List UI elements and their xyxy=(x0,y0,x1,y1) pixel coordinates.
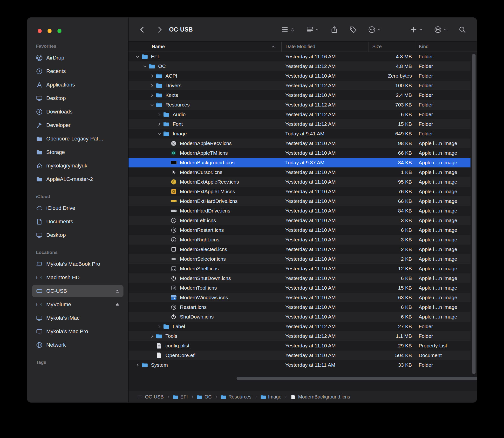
file-row-modernextapplerecv-icns[interactable]: ModernExtAppleRecv.icnsYesterday at 11:1… xyxy=(128,177,470,187)
sidebar-item-macintosh-hd[interactable]: Macintosh HD xyxy=(32,272,124,284)
disclosure-open-icon[interactable] xyxy=(149,102,155,108)
file-name: ModernCursor.icns xyxy=(180,169,222,175)
share-button[interactable] xyxy=(330,26,338,33)
file-row-modernappletm-icns[interactable]: ModernAppleTM.icnsYesterday at 11:10 AM6… xyxy=(128,148,470,158)
sidebar-item-mykola-s-macbook-pro[interactable]: Mykola’s MacBook Pro xyxy=(32,258,124,270)
file-row-modernshell-icns[interactable]: ModernShell.icnsYesterday at 11:10 AM12 … xyxy=(128,264,470,274)
disclosure-closed-icon[interactable] xyxy=(149,333,155,339)
hard-drive-icon xyxy=(170,208,177,214)
path-item-image[interactable]: Image xyxy=(260,394,282,400)
eject-icon[interactable] xyxy=(115,302,120,307)
disclosure-closed-icon[interactable] xyxy=(134,362,141,368)
file-row-moderntool-icns[interactable]: ModernTool.icnsYesterday at 11:10 AM15 K… xyxy=(128,283,470,293)
file-row-font[interactable]: FontYesterday at 11:12 AM15 KBFolder xyxy=(128,119,470,129)
sidebar-item-storage[interactable]: Storage xyxy=(32,146,124,158)
path-item-oc-usb[interactable]: OC-USB xyxy=(137,394,164,400)
file-row-modernselected-icns[interactable]: ModernSelected.icnsYesterday at 11:10 AM… xyxy=(128,244,470,254)
file-row-modernleft-icns[interactable]: ModernLeft.icnsYesterday at 11:10 AM3 KB… xyxy=(128,216,470,225)
file-row-modernselector-icns[interactable]: ModernSelector.icnsYesterday at 11:10 AM… xyxy=(128,254,470,264)
path-item-label: Resources xyxy=(228,394,252,400)
file-name: ModernHardDrive.icns xyxy=(180,208,230,214)
file-row-shutdown-icns[interactable]: ShutDown.icnsYesterday at 11:10 AM6 KBAp… xyxy=(128,312,470,322)
column-header-kind[interactable]: Kind xyxy=(415,42,477,52)
sidebar-item-airdrop[interactable]: AirDrop xyxy=(32,52,124,64)
file-row-tools[interactable]: ToolsYesterday at 11:12 AM1.1 MBFolder xyxy=(128,331,470,341)
minimize-window-button[interactable] xyxy=(47,29,52,33)
file-row-opencore-efi[interactable]: OpenCore.efiYesterday at 11:10 AM504 KBD… xyxy=(128,350,470,360)
new-item-button[interactable] xyxy=(410,26,423,33)
eject-icon[interactable] xyxy=(115,288,120,294)
vertical-scrollbar[interactable] xyxy=(472,54,476,374)
sidebar-item-desktop[interactable]: Desktop xyxy=(32,229,124,241)
disclosure-open-icon[interactable] xyxy=(134,54,141,60)
zoom-window-button[interactable] xyxy=(57,29,61,33)
m-circle-icon xyxy=(434,26,442,33)
sidebar-item-icloud-drive[interactable]: iCloud Drive xyxy=(32,202,124,214)
horizontal-scrollbar[interactable] xyxy=(237,377,477,380)
sidebar-item-downloads[interactable]: Downloads xyxy=(32,106,124,118)
sidebar-item-oc-usb[interactable]: OC-USB xyxy=(32,285,124,297)
sidebar-item-recents[interactable]: Recents xyxy=(32,65,124,77)
group-by-button[interactable] xyxy=(306,26,319,33)
disclosure-closed-icon[interactable] xyxy=(149,92,155,98)
sidebar-item-developer[interactable]: Developer xyxy=(32,119,124,131)
sidebar-item-opencore-legacy-pat[interactable]: Opencore-Legacy-Pat… xyxy=(32,133,124,145)
close-window-button[interactable] xyxy=(38,29,42,33)
file-date-modified: Yesterday at 11:12 AM xyxy=(281,121,368,127)
disclosure-closed-icon[interactable] xyxy=(156,111,162,118)
file-row-restart-icns[interactable]: Restart.icnsYesterday at 11:10 AM6 KBApp… xyxy=(128,302,470,312)
file-row-moderncursor-icns[interactable]: ModernCursor.icnsYesterday at 11:10 AM1 … xyxy=(128,167,470,177)
sidebar-item-applealc-master-2[interactable]: AppleALC-master-2 xyxy=(32,173,124,185)
file-row-modernrestart-icns[interactable]: ModernRestart.icnsYesterday at 11:10 AM6… xyxy=(128,225,470,235)
file-row-modernharddrive-icns[interactable]: ModernHardDrive.icnsYesterday at 11:10 A… xyxy=(128,206,470,216)
sidebar-item-myvolume[interactable]: MyVolume xyxy=(32,298,124,311)
file-row-config-plist[interactable]: config.plistYesterday at 11:10 AM29 KBPr… xyxy=(128,341,470,350)
path-item-modernbackground-icns[interactable]: ModernBackground.icns xyxy=(290,394,350,400)
disclosure-closed-icon[interactable] xyxy=(156,121,162,127)
column-header-name[interactable]: Name xyxy=(128,42,281,52)
path-item-efi[interactable]: EFI xyxy=(173,394,188,400)
file-row-modernapplerecv-icns[interactable]: ModernAppleRecv.icnsYesterday at 11:10 A… xyxy=(128,139,470,148)
sidebar-item-documents[interactable]: Documents xyxy=(32,216,124,228)
search-button[interactable] xyxy=(458,26,466,33)
file-row-modernshutdown-icns[interactable]: ModernShutDown.icnsYesterday at 11:10 AM… xyxy=(128,274,470,283)
path-item-oc[interactable]: OC xyxy=(197,394,212,400)
file-row-modernextappletm-icns[interactable]: ModernExtAppleTM.icnsYesterday at 11:10 … xyxy=(128,187,470,196)
sidebar-item-mykolagrymalyuk[interactable]: mykolagrymalyuk xyxy=(32,160,124,172)
disclosure-closed-icon[interactable] xyxy=(149,82,155,89)
file-kind: Folder xyxy=(415,73,470,79)
sidebar-item-applications[interactable]: Applications xyxy=(32,79,124,91)
file-row-oc[interactable]: OCYesterday at 11:12 AM4.8 MBFolder xyxy=(128,61,470,71)
forward-button[interactable] xyxy=(156,25,164,34)
file-row-modernextharddrive-icns[interactable]: ModernExtHardDrive.icnsYesterday at 11:1… xyxy=(128,196,470,206)
file-row-image[interactable]: ImageToday at 9:41 AM649 KBFolder xyxy=(128,129,470,139)
file-name: Audio xyxy=(173,111,186,117)
disclosure-open-icon[interactable] xyxy=(156,131,162,137)
file-row-acpi[interactable]: ACPIYesterday at 11:10 AMZero bytesFolde… xyxy=(128,71,470,81)
file-row-efi[interactable]: EFIYesterday at 11:16 AM4.8 MBFolder xyxy=(128,52,470,61)
account-button[interactable] xyxy=(434,26,447,33)
tags-button[interactable] xyxy=(349,26,357,33)
back-button[interactable] xyxy=(138,25,146,34)
file-row-modernbackground-icns[interactable]: ModernBackground.icnsToday at 9:37 AM34 … xyxy=(128,158,470,167)
file-row-drivers[interactable]: DriversYesterday at 11:12 AM100 KBFolder xyxy=(128,81,470,90)
file-row-modernwindows-icns[interactable]: ModernWindows.icnsYesterday at 11:10 AM6… xyxy=(128,293,470,302)
sidebar-item-mykola-s-mac-pro[interactable]: Mykola’s Mac Pro xyxy=(32,326,124,338)
file-row-kexts[interactable]: KextsYesterday at 11:10 AM2.4 MBFolder xyxy=(128,90,470,100)
more-actions-button[interactable] xyxy=(368,26,381,33)
disclosure-closed-icon[interactable] xyxy=(149,73,155,79)
file-row-audio[interactable]: AudioYesterday at 11:12 AM6 KBFolder xyxy=(128,110,470,119)
sidebar-item-desktop[interactable]: Desktop xyxy=(32,92,124,104)
file-row-system[interactable]: SystemYesterday at 11:11 AM33 KBFolder xyxy=(128,360,470,370)
file-row-modernright-icns[interactable]: ModernRight.icnsYesterday at 11:10 AM3 K… xyxy=(128,235,470,244)
disclosure-closed-icon[interactable] xyxy=(156,323,162,329)
sidebar-item-network[interactable]: Network xyxy=(32,339,124,351)
disclosure-open-icon[interactable] xyxy=(142,63,148,69)
sidebar-item-mykola-s-imac[interactable]: Mykola’s iMac xyxy=(32,312,124,324)
column-header-size[interactable]: Size xyxy=(368,42,415,52)
path-item-resources[interactable]: Resources xyxy=(221,394,252,400)
file-row-label[interactable]: LabelYesterday at 11:12 AM27 KBFolder xyxy=(128,322,470,331)
file-row-resources[interactable]: ResourcesYesterday at 11:12 AM703 KBFold… xyxy=(128,100,470,110)
view-mode-button[interactable] xyxy=(281,26,295,33)
column-header-date[interactable]: Date Modified xyxy=(281,42,368,52)
